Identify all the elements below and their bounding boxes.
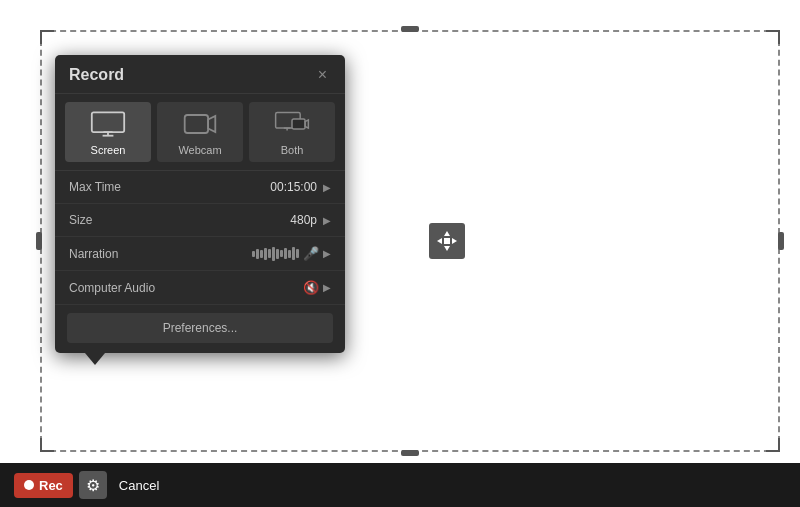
bar-9: [284, 248, 287, 259]
bar-1: [252, 251, 255, 257]
mode-both-button[interactable]: Both: [249, 102, 335, 162]
svg-rect-9: [185, 115, 208, 133]
narration-row[interactable]: Narration 🎤 ▶: [55, 237, 345, 271]
bar-4: [264, 248, 267, 260]
both-icon: [274, 110, 310, 138]
max-time-arrow: ▶: [323, 182, 331, 193]
mode-screen-label: Screen: [91, 144, 126, 156]
mode-both-label: Both: [281, 144, 304, 156]
bar-6: [272, 247, 275, 261]
rec-button[interactable]: Rec: [14, 473, 73, 498]
svg-marker-1: [444, 246, 450, 251]
volume-bars: [252, 247, 299, 261]
svg-rect-5: [92, 112, 124, 132]
narration-bar: 🎤: [252, 246, 319, 261]
bar-8: [280, 250, 283, 257]
max-time-label: Max Time: [69, 180, 270, 194]
bar-5: [268, 249, 271, 258]
corner-tl: [40, 30, 54, 44]
edge-handle-left[interactable]: [36, 232, 42, 250]
svg-rect-4: [444, 238, 450, 244]
bar-11: [292, 247, 295, 260]
rec-dot: [24, 480, 34, 490]
mode-webcam-button[interactable]: Webcam: [157, 102, 243, 162]
bottom-toolbar: Rec ⚙ Cancel: [0, 463, 800, 507]
dialog-header: Record ×: [55, 55, 345, 94]
narration-arrow: ▶: [323, 248, 331, 259]
size-arrow: ▶: [323, 215, 331, 226]
svg-marker-15: [305, 120, 308, 128]
screen-icon: [90, 110, 126, 138]
mic-icon: 🎤: [303, 246, 319, 261]
size-label: Size: [69, 213, 290, 227]
close-button[interactable]: ×: [314, 65, 331, 85]
bar-10: [288, 250, 291, 258]
computer-audio-arrow: ▶: [323, 282, 331, 293]
mode-section: Screen Webcam: [55, 94, 345, 171]
webcam-icon: [182, 110, 218, 138]
corner-br: [766, 438, 780, 452]
preferences-button[interactable]: Preferences...: [67, 313, 333, 343]
dialog-tail: [85, 353, 105, 365]
svg-marker-3: [452, 238, 457, 244]
bar-3: [260, 250, 263, 258]
edge-handle-right[interactable]: [778, 232, 784, 250]
max-time-row[interactable]: Max Time 00:15:00 ▶: [55, 171, 345, 204]
dialog-title: Record: [69, 66, 124, 84]
mode-screen-button[interactable]: Screen: [65, 102, 151, 162]
prefs-section: Preferences...: [55, 305, 345, 353]
size-row[interactable]: Size 480p ▶: [55, 204, 345, 237]
move-icon[interactable]: [429, 223, 465, 259]
audio-muted-icon: 🔇: [303, 280, 319, 295]
bar-7: [276, 249, 279, 259]
cancel-button[interactable]: Cancel: [113, 474, 165, 497]
svg-marker-0: [444, 231, 450, 236]
bar-12: [296, 249, 299, 258]
corner-bl: [40, 438, 54, 452]
svg-marker-2: [437, 238, 442, 244]
bar-2: [256, 249, 259, 259]
edge-handle-top[interactable]: [401, 26, 419, 32]
svg-marker-10: [208, 116, 215, 132]
edge-handle-bottom[interactable]: [401, 450, 419, 456]
rec-label: Rec: [39, 478, 63, 493]
size-value: 480p: [290, 213, 317, 227]
computer-audio-row[interactable]: Computer Audio 🔇 ▶: [55, 271, 345, 305]
settings-section: Max Time 00:15:00 ▶ Size 480p ▶ Narratio…: [55, 171, 345, 305]
corner-tr: [766, 30, 780, 44]
max-time-value: 00:15:00: [270, 180, 317, 194]
svg-rect-14: [292, 119, 305, 129]
narration-label: Narration: [69, 247, 252, 261]
gear-icon: ⚙: [86, 476, 100, 495]
gear-button[interactable]: ⚙: [79, 471, 107, 499]
computer-audio-label: Computer Audio: [69, 281, 303, 295]
record-dialog: Record × Screen W: [55, 55, 345, 353]
mode-webcam-label: Webcam: [178, 144, 221, 156]
